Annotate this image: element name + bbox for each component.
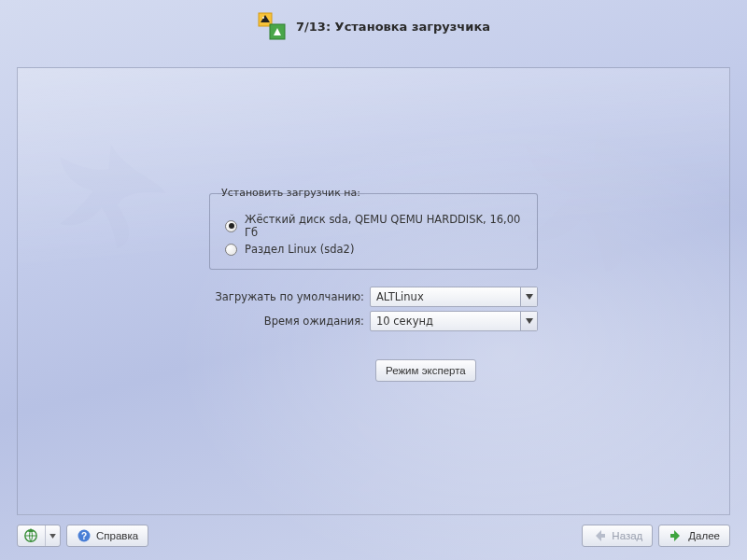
default-boot-label: Загружать по умолчанию: — [209, 290, 370, 303]
radio-option-disk[interactable]: Жёсткий диск sda, QEMU QEMU HARDDISK, 16… — [225, 213, 528, 239]
back-button[interactable]: Назад — [582, 525, 653, 547]
install-target-group-title: Установить загрузчик на: — [218, 187, 364, 199]
expert-mode-button[interactable]: Режим эксперта — [375, 359, 476, 382]
language-menu-button[interactable] — [17, 525, 61, 547]
timeout-label: Время ожидания: — [209, 315, 370, 328]
radio-icon — [225, 220, 237, 232]
globe-arrow-icon — [23, 528, 38, 543]
radio-icon — [225, 244, 237, 256]
arrow-left-icon — [592, 528, 607, 543]
main-panel: Установить загрузчик на: Жёсткий диск sd… — [17, 67, 730, 515]
help-button[interactable]: ? Справка — [66, 525, 148, 547]
installer-step-icon — [257, 11, 287, 41]
radio-label: Жёсткий диск sda, QEMU QEMU HARDDISK, 16… — [245, 213, 528, 239]
help-label: Справка — [96, 530, 138, 541]
install-target-group: Установить загрузчик на: Жёсткий диск sd… — [209, 193, 538, 270]
header: 7/13: Установка загрузчика — [0, 0, 747, 52]
expert-mode-label: Режим эксперта — [386, 365, 466, 376]
next-button[interactable]: Далее — [658, 525, 730, 547]
page-title: 7/13: Установка загрузчика — [296, 20, 490, 34]
default-boot-combo[interactable]: ALTLinux — [370, 287, 538, 307]
radio-label: Раздел Linux (sda2) — [245, 243, 354, 256]
timeout-combo[interactable]: 10 секунд — [370, 311, 538, 331]
chevron-down-icon — [45, 525, 56, 546]
chevron-down-icon — [520, 287, 537, 306]
next-label: Далее — [688, 530, 720, 541]
chevron-down-icon — [520, 312, 537, 330]
help-icon: ? — [77, 528, 92, 543]
timeout-value: 10 секунд — [371, 315, 520, 328]
svg-point-1 — [262, 17, 264, 19]
svg-text:?: ? — [81, 531, 87, 541]
back-label: Назад — [612, 530, 642, 541]
radio-option-partition[interactable]: Раздел Linux (sda2) — [225, 243, 528, 256]
default-boot-value: ALTLinux — [371, 290, 520, 303]
arrow-right-icon — [669, 528, 684, 543]
footer: ? Справка Назад Далее — [17, 525, 730, 547]
